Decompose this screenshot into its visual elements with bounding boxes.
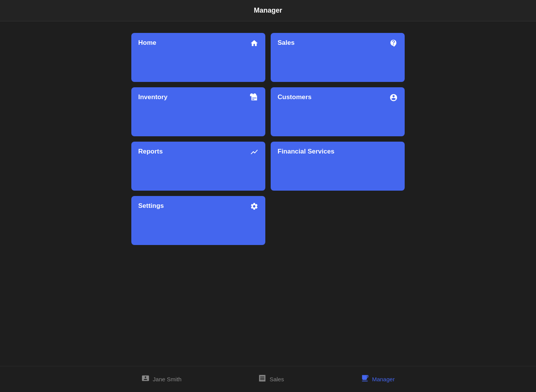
app-header: Manager: [0, 0, 536, 21]
footer-item-user[interactable]: Jane Smith: [141, 374, 181, 384]
tile-reports-label: Reports: [138, 148, 163, 155]
app-footer: Jane Smith Sales Manager: [0, 366, 536, 392]
tile-customers-label: Customers: [278, 93, 312, 101]
tile-financial-label: Financial Services: [278, 148, 334, 155]
customers-icon: [389, 93, 398, 104]
tile-home-header: Home: [138, 39, 258, 49]
tile-customers[interactable]: Customers: [271, 87, 405, 136]
tile-reports[interactable]: Reports: [131, 142, 265, 191]
tile-financial-header: Financial Services: [278, 148, 398, 155]
home-icon: [250, 39, 258, 49]
tile-home[interactable]: Home: [131, 33, 265, 82]
footer-item-sales[interactable]: Sales: [258, 374, 284, 384]
tile-sales[interactable]: Sales: [271, 33, 405, 82]
tile-settings-label: Settings: [138, 202, 164, 210]
tile-sales-label: Sales: [278, 39, 294, 47]
footer-user-label: Jane Smith: [153, 376, 181, 382]
tile-financial-services[interactable]: Financial Services: [271, 142, 405, 191]
inventory-icon: [250, 93, 258, 104]
tile-inventory[interactable]: Inventory: [131, 87, 265, 136]
tile-sales-header: Sales: [278, 39, 398, 49]
tile-grid: Home Sales Invento: [131, 33, 405, 245]
sales-icon: [389, 39, 398, 49]
settings-icon: [250, 202, 258, 212]
tile-inventory-label: Inventory: [138, 93, 168, 101]
main-content: Home Sales Invento: [0, 21, 536, 366]
tile-customers-header: Customers: [278, 93, 398, 104]
footer-sales-label: Sales: [270, 376, 284, 382]
tile-home-label: Home: [138, 39, 156, 47]
tile-settings-header: Settings: [138, 202, 258, 212]
manager-icon: [361, 374, 369, 384]
tile-reports-header: Reports: [138, 148, 258, 158]
receipt-icon: [258, 374, 266, 384]
app-title: Manager: [254, 7, 282, 15]
user-card-icon: [141, 374, 150, 384]
tile-settings[interactable]: Settings: [131, 196, 265, 245]
footer-item-manager[interactable]: Manager: [361, 374, 395, 384]
reports-icon: [250, 148, 258, 158]
tile-inventory-header: Inventory: [138, 93, 258, 104]
footer-manager-label: Manager: [372, 376, 395, 382]
